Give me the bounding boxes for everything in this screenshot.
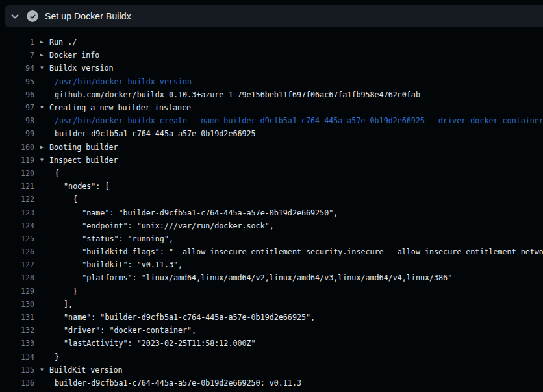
line-number[interactable]: 97 <box>0 103 34 112</box>
log-line: 131 "name": "builder-d9cfb5a1-c764-445a-… <box>0 311 543 324</box>
log-text: Booting builder <box>49 143 118 152</box>
chevron-right-icon[interactable]: ▶ <box>34 145 49 150</box>
log-text: ], <box>49 300 73 309</box>
chevron-down-icon[interactable]: ▼ <box>34 158 49 163</box>
log-text: /usr/bin/docker buildx create --name bui… <box>49 116 543 125</box>
log-text: Creating a new builder instance <box>49 103 191 112</box>
log-text: } <box>49 287 77 296</box>
line-number[interactable]: 94 <box>0 64 34 73</box>
line-number[interactable]: 100 <box>0 143 34 152</box>
log-text: BuildKit version <box>49 365 123 374</box>
check-circle-icon <box>27 10 38 22</box>
log-text: "buildkit": "v0.11.3", <box>49 260 183 269</box>
log-line: 136 builder-d9cfb5a1-c764-445a-a57e-0b19… <box>0 376 543 389</box>
log-text: Buildx version <box>49 64 114 73</box>
log-line: 122 { <box>0 193 543 206</box>
line-number[interactable]: 99 <box>0 129 34 138</box>
log-line: 132 "driver": "docker-container", <box>0 324 543 337</box>
log-text: "name": "builder-d9cfb5a1-c764-445a-a57e… <box>49 313 315 322</box>
chevron-right-icon[interactable]: ▶ <box>34 53 49 58</box>
log-line: 123 "name": "builder-d9cfb5a1-c764-445a-… <box>0 206 543 219</box>
log-text: /usr/bin/docker buildx version <box>49 77 192 86</box>
line-number[interactable]: 121 <box>0 182 34 191</box>
line-number[interactable]: 123 <box>0 208 34 217</box>
chevron-down-icon[interactable]: ▼ <box>34 105 49 110</box>
log-line: 128 "platforms": "linux/amd64,linux/amd6… <box>0 271 543 284</box>
log-text: { <box>49 169 59 178</box>
log-line: 125 "status": "running", <box>0 232 543 245</box>
chevron-down-icon[interactable] <box>10 11 20 21</box>
log-line: 98 /usr/bin/docker buildx create --name … <box>0 114 543 127</box>
log-line[interactable]: 1 ▶ Run ./ <box>0 36 543 49</box>
line-number[interactable]: 124 <box>0 221 34 230</box>
log-line[interactable]: 135 ▼ BuildKit version <box>0 363 543 376</box>
log-line[interactable]: 97 ▼ Creating a new builder instance <box>0 101 543 114</box>
log-line: 95 /usr/bin/docker buildx version <box>0 75 543 88</box>
log-line[interactable]: 94 ▼ Buildx version <box>0 62 543 75</box>
log-line[interactable]: 119 ▼ Inspect builder <box>0 154 543 167</box>
log-line: 121 "nodes": [ <box>0 180 543 193</box>
log-text: "buildkitd-flags": "--allow-insecure-ent… <box>49 247 543 256</box>
log-text: builder-d9cfb5a1-c764-445a-a57e-0b19d2e6… <box>49 378 301 387</box>
line-number[interactable]: 98 <box>0 116 34 125</box>
log-lines: 1 ▶ Run ./ 7 ▶ Docker info 94 ▼ Buildx v… <box>0 27 543 392</box>
log-text: "endpoint": "unix:///var/run/docker.sock… <box>49 221 274 230</box>
log-text: "driver": "docker-container", <box>49 326 196 335</box>
line-number[interactable]: 1 <box>0 38 34 47</box>
log-text: "nodes": [ <box>49 182 109 191</box>
log-text: { <box>49 195 77 204</box>
line-number[interactable]: 127 <box>0 260 34 269</box>
line-number[interactable]: 131 <box>0 313 34 322</box>
step-header[interactable]: Set up Docker Buildx <box>5 5 543 27</box>
log-line: 126 "buildkitd-flags": "--allow-insecure… <box>0 245 543 258</box>
log-text: builder-d9cfb5a1-c764-445a-a57e-0b19d2e6… <box>49 129 256 138</box>
log-text: "lastActivity": "2023-02-25T11:58:12.000… <box>49 339 256 348</box>
log-line: 134 } <box>0 350 543 363</box>
line-number[interactable]: 126 <box>0 247 34 256</box>
line-number[interactable]: 130 <box>0 300 34 309</box>
line-number[interactable]: 135 <box>0 365 34 374</box>
line-number[interactable]: 125 <box>0 234 34 243</box>
log-text: } <box>49 352 59 361</box>
line-number[interactable]: 119 <box>0 156 34 165</box>
chevron-down-icon[interactable]: ▼ <box>34 66 49 71</box>
log-text: Inspect builder <box>49 156 118 165</box>
line-number[interactable]: 7 <box>0 51 34 60</box>
log-line: 130 ], <box>0 298 543 311</box>
log-line[interactable]: 7 ▶ Docker info <box>0 49 543 62</box>
log-text: Run ./ <box>49 38 77 47</box>
line-number[interactable]: 133 <box>0 339 34 348</box>
log-text: github.com/docker/buildx 0.10.3+azure-1 … <box>49 90 420 99</box>
line-number[interactable]: 136 <box>0 378 34 387</box>
log-text: "platforms": "linux/amd64,linux/amd64/v2… <box>49 273 452 282</box>
chevron-right-icon[interactable]: ▶ <box>34 40 49 45</box>
log-line: 129 } <box>0 285 543 298</box>
line-number[interactable]: 96 <box>0 90 34 99</box>
log-line: 120 { <box>0 167 543 180</box>
line-number[interactable]: 128 <box>0 273 34 282</box>
line-number[interactable]: 95 <box>0 77 34 86</box>
log-line: 124 "endpoint": "unix:///var/run/docker.… <box>0 219 543 232</box>
step-title: Set up Docker Buildx <box>45 11 131 21</box>
line-number[interactable]: 132 <box>0 326 34 335</box>
line-number[interactable]: 122 <box>0 195 34 204</box>
log-text: "name": "builder-d9cfb5a1-c764-445a-a57e… <box>49 208 338 217</box>
log-text: Docker info <box>49 51 99 60</box>
line-number[interactable]: 129 <box>0 287 34 296</box>
chevron-down-icon[interactable]: ▼ <box>34 367 49 373</box>
log-line: 133 "lastActivity": "2023-02-25T11:58:12… <box>0 337 543 350</box>
line-number[interactable]: 134 <box>0 352 34 361</box>
log-text: "status": "running", <box>49 234 173 243</box>
line-number[interactable]: 120 <box>0 169 34 178</box>
log-line[interactable]: 100 ▶ Booting builder <box>0 141 543 154</box>
log-line: 96 github.com/docker/buildx 0.10.3+azure… <box>0 88 543 101</box>
log-line: 99 builder-d9cfb5a1-c764-445a-a57e-0b19d… <box>0 127 543 140</box>
log-line: 127 "buildkit": "v0.11.3", <box>0 258 543 271</box>
